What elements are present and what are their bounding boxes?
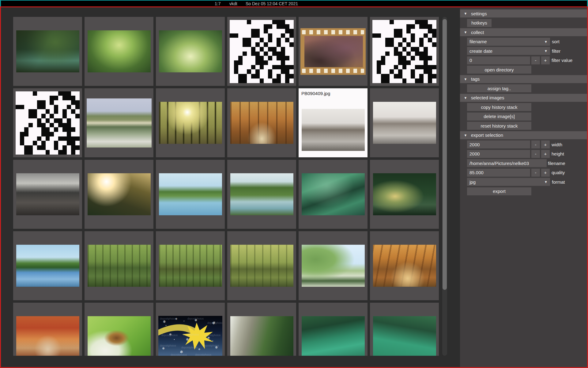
panel-header-tags[interactable]: ▼tags <box>460 75 587 83</box>
grid-scrollbar-track[interactable] <box>442 17 447 356</box>
thumbnail-image <box>373 245 436 287</box>
thumb-sun-rays[interactable] <box>156 88 225 157</box>
thumb-missing-1[interactable] <box>227 17 296 86</box>
input-value: 85.000 <box>469 170 484 175</box>
thumbnail-image <box>159 173 222 215</box>
thumb-river-banks[interactable] <box>227 160 296 229</box>
thumb-turquoise-river-2[interactable] <box>370 303 439 356</box>
clock: So Dez 05 12:04 CET 2021 <box>246 1 298 6</box>
thumb-green-forest[interactable] <box>85 17 153 86</box>
export-width-decrement-button[interactable]: - <box>531 140 540 148</box>
reset-history-stack-button[interactable]: reset history stack <box>467 122 531 130</box>
thumb-christmas-card[interactable]: ❄❄❄❄❄❄❄❄❄❄❄depositphotosdepositphotosdep… <box>156 303 225 356</box>
thumb-bw-lake[interactable] <box>370 88 439 157</box>
widget-label: sort <box>552 39 560 44</box>
stock-watermark: depositphotos <box>203 344 219 347</box>
thumb-pb090409[interactable]: PB090409.jpg <box>299 88 368 157</box>
export-quality-input[interactable]: 85.000 <box>467 169 530 177</box>
thumbnail-image <box>230 245 293 287</box>
open-directory-button[interactable]: open directory <box>467 66 531 74</box>
filter-value-decrement-button[interactable]: - <box>531 56 540 64</box>
thumbnail-image <box>88 245 151 287</box>
export-format-combo[interactable]: jpg▼ <box>467 178 550 186</box>
widget-label: quality <box>552 170 565 175</box>
thumb-reflection-1[interactable] <box>85 231 153 300</box>
panel-header-label: selected images <box>471 95 504 100</box>
film-strip-thumbnail <box>300 28 366 75</box>
filter-value-input[interactable]: 0 <box>467 56 530 64</box>
export-width-increment-button[interactable]: + <box>541 140 550 148</box>
combo-value: jpg <box>469 179 544 185</box>
thumb-autumn-leaves[interactable] <box>370 231 439 300</box>
film-frame <box>304 36 363 67</box>
stock-watermark: depositphotos <box>183 333 199 336</box>
thumb-reflection-3[interactable] <box>227 231 296 300</box>
snowflake-glyph: ❄ <box>163 320 166 324</box>
thumb-canyon-rock[interactable] <box>227 303 296 356</box>
sort-combo[interactable]: filename▼ <box>467 38 550 46</box>
button-label: open directory <box>484 67 514 72</box>
thumb-forest-stream[interactable] <box>13 17 82 86</box>
thumb-butterfly[interactable] <box>85 303 153 356</box>
export-height-input[interactable]: 2000 <box>467 150 530 158</box>
export-height-increment-button[interactable]: + <box>541 150 550 158</box>
thumbnail-image <box>87 98 152 148</box>
zoom-ratio-indicator: 1:7 <box>215 1 221 6</box>
grid-scrollbar-thumb[interactable] <box>443 19 447 290</box>
thumb-missing-2[interactable] <box>370 17 439 86</box>
thumb-dark-river[interactable] <box>370 160 439 229</box>
filter-value-increment-button[interactable]: + <box>541 56 550 64</box>
right-panel: ▼settingshotkeys▼collectfilename▼sortcre… <box>460 8 587 367</box>
export-quality-decrement-button[interactable]: - <box>531 169 540 177</box>
broken-thumbnail-icon <box>372 20 436 83</box>
thumbnail-image <box>16 173 79 215</box>
thumb-film-negative[interactable] <box>299 17 368 86</box>
assign-tag-button[interactable]: assign tag.. <box>467 84 531 92</box>
export-filename-input[interactable]: /home/anna/Pictures/nelke03 <box>467 159 547 167</box>
widget-label: filter value <box>552 58 572 63</box>
collapse-triangle-icon: ▼ <box>460 12 471 15</box>
thumb-turquoise-river-1[interactable] <box>299 303 368 356</box>
export-quality-increment-button[interactable]: + <box>541 169 550 177</box>
thumbnail-image <box>302 316 365 356</box>
app-title: vkdt <box>229 1 237 6</box>
thumbnail-image <box>373 102 436 144</box>
stock-watermark: depositphotos <box>161 334 178 337</box>
export-button[interactable]: export <box>467 187 531 195</box>
thumb-river-town[interactable] <box>85 88 153 157</box>
thumbnail-image <box>88 30 151 72</box>
thumb-red-autumn[interactable] <box>13 303 82 356</box>
widget-label: height <box>552 151 564 156</box>
panel-header-settings[interactable]: ▼settings <box>460 10 587 17</box>
filter-combo[interactable]: create date▼ <box>467 47 550 55</box>
christmas-card-thumbnail: ❄❄❄❄❄❄❄❄❄❄❄depositphotosdepositphotosdep… <box>158 316 222 356</box>
panel-header-collect[interactable]: ▼collect <box>460 28 587 36</box>
thumb-reflection-2[interactable] <box>156 231 225 300</box>
widget-label: filename <box>548 161 565 166</box>
input-value: 2000 <box>469 142 480 147</box>
thumb-park-pond[interactable] <box>299 231 368 300</box>
thumbnail-image <box>302 245 365 287</box>
thumb-autumn-path[interactable] <box>227 88 296 157</box>
snowflake-glyph: ❄ <box>198 348 201 351</box>
hotkeys-button[interactable]: hotkeys <box>467 19 492 27</box>
thumbnail-image <box>159 30 222 72</box>
combo-value: filename <box>469 39 544 44</box>
film-sprocket-holes <box>302 30 364 34</box>
export-height-decrement-button[interactable]: - <box>531 150 540 158</box>
thumb-teal-water[interactable] <box>299 160 368 229</box>
delete-images-button[interactable]: delete image[s] <box>467 113 531 121</box>
thumb-forest-clearing[interactable] <box>156 17 225 86</box>
thumb-blue-lake[interactable] <box>156 160 225 229</box>
thumb-wide-lake[interactable] <box>13 231 82 300</box>
export-width-input[interactable]: 2000 <box>467 140 530 148</box>
copy-history-stack-button[interactable]: copy history stack <box>467 103 531 111</box>
panel-header-export-selection[interactable]: ▼export selection <box>460 131 587 139</box>
thumb-bw-pond-dark[interactable] <box>13 160 82 229</box>
panel-header-selected-images[interactable]: ▼selected images <box>460 94 587 102</box>
thumb-missing-3[interactable] <box>13 88 82 157</box>
input-value: 2000 <box>469 151 480 156</box>
thumbnail-image <box>159 102 222 144</box>
thumb-sun-flare[interactable] <box>85 160 153 229</box>
panel-header-label: collect <box>471 30 484 35</box>
